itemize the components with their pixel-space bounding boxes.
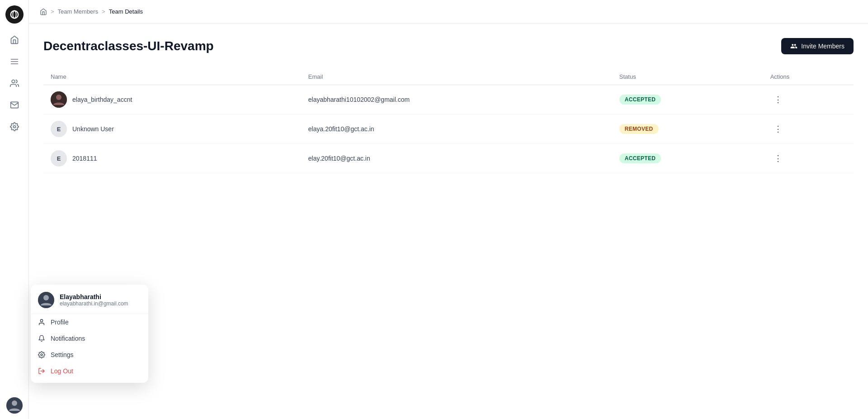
sidebar-settings-icon[interactable] [5,118,24,136]
table-row: EUnknown Userelaya.20fit10@gct.ac.inREMO… [43,114,854,144]
settings-icon [38,351,45,358]
svg-point-10 [56,95,61,100]
members-table: Name Email Status Actions elaya_birthday… [43,69,854,173]
table-row: E2018111elay.20fit10@gct.ac.inACCEPTED⋮ [43,144,854,173]
member-actions-button[interactable]: ⋮ [770,152,786,165]
status-badge: ACCEPTED [619,153,661,163]
sidebar-menu-icon[interactable] [5,52,24,71]
member-email: elayabharathi10102002@gmail.com [301,85,612,114]
user-popup: Elayabharathi elayabharathi.in@gmail.com… [31,285,148,383]
member-status-cell: REMOVED [612,114,763,144]
page-title: Decentraclasses-UI-Revamp [43,39,214,53]
svg-point-13 [40,319,42,322]
user-avatar-sidebar[interactable] [6,397,23,414]
member-status-cell: ACCEPTED [612,144,763,173]
breadcrumb-team-members[interactable]: Team Members [58,8,99,15]
main-content: > Team Members > Team Details Decentracl… [29,0,868,419]
notifications-icon [38,335,45,342]
popup-profile-item[interactable]: Profile [31,314,148,330]
popup-logout-item[interactable]: Log Out [31,363,148,379]
col-name: Name [43,69,301,85]
notifications-label: Notifications [51,335,85,342]
col-email: Email [301,69,612,85]
popup-settings-item[interactable]: Settings [31,347,148,363]
page-header: Decentraclasses-UI-Revamp Invite Members [43,38,854,54]
svg-point-8 [12,400,17,406]
member-name-cell: E2018111 [43,144,301,173]
svg-point-14 [41,354,42,356]
settings-label: Settings [51,351,74,358]
col-actions: Actions [763,69,854,85]
member-email: elay.20fit10@gct.ac.in [301,144,612,173]
status-badge: REMOVED [619,124,659,134]
status-badge: ACCEPTED [619,95,661,105]
svg-point-1 [13,11,16,19]
member-actions-cell: ⋮ [763,85,854,114]
table-row: elaya_birthday_accntelayabharathi1010200… [43,85,854,114]
breadcrumb-current: Team Details [109,8,143,15]
member-avatar: E [51,121,67,137]
member-avatar: E [51,150,67,167]
breadcrumb-sep-2: > [102,8,105,15]
member-name: elaya_birthday_accnt [72,96,132,103]
member-name-cell: elaya_birthday_accnt [43,85,301,114]
popup-notifications-item[interactable]: Notifications [31,330,148,347]
popup-user-info: Elayabharathi elayabharathi.in@gmail.com [31,292,148,314]
logout-icon [38,367,45,375]
invite-members-button[interactable]: Invite Members [781,38,854,54]
svg-point-0 [10,11,18,19]
sidebar [0,0,29,419]
invite-members-label: Invite Members [801,43,844,50]
sidebar-team-icon[interactable] [5,74,24,92]
popup-avatar [38,292,54,308]
member-actions-button[interactable]: ⋮ [770,93,786,106]
member-name-cell: EUnknown User [43,114,301,144]
breadcrumb: > Team Members > Team Details [29,0,868,24]
user-plus-icon [790,43,797,50]
svg-point-5 [12,80,15,83]
svg-point-12 [43,295,49,300]
svg-point-6 [13,126,15,128]
home-breadcrumb-icon[interactable] [40,8,47,15]
member-avatar [51,91,67,108]
breadcrumb-sep-1: > [51,8,54,15]
popup-user-name: Elayabharathi [60,293,128,300]
member-name: Unknown User [72,125,114,133]
member-actions-cell: ⋮ [763,144,854,173]
member-name: 2018111 [72,155,97,162]
member-actions-cell: ⋮ [763,114,854,144]
profile-icon [38,319,45,326]
member-status-cell: ACCEPTED [612,85,763,114]
profile-label: Profile [51,319,69,326]
member-actions-button[interactable]: ⋮ [770,122,786,136]
page-content: Decentraclasses-UI-Revamp Invite Members… [29,24,868,419]
app-logo[interactable] [5,5,24,24]
sidebar-mail-icon[interactable] [5,96,24,114]
sidebar-home-icon[interactable] [5,31,24,49]
col-status: Status [612,69,763,85]
popup-user-email: elayabharathi.in@gmail.com [60,300,128,307]
member-email: elaya.20fit10@gct.ac.in [301,114,612,144]
logout-label: Log Out [51,367,73,375]
